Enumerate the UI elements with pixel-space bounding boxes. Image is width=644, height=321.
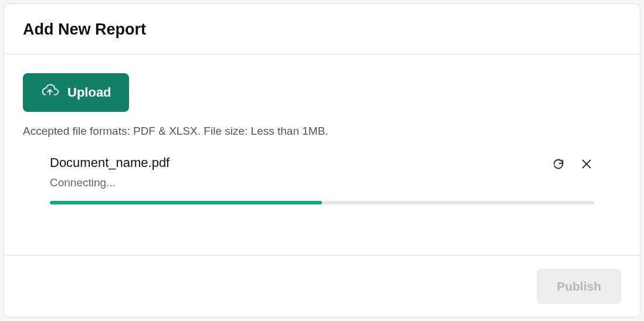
close-icon [580,158,593,172]
upload-progress-fill [50,201,322,204]
modal-title: Add New Report [23,21,621,39]
modal-header: Add New Report [4,4,640,54]
publish-button[interactable]: Publish [537,269,621,304]
upload-button-label: Upload [67,85,111,100]
modal-body: Upload Accepted file formats: PDF & XLSX… [4,54,640,255]
file-row: Document_name.pdf Connecting... [50,155,594,189]
file-info: Document_name.pdf Connecting... [50,155,551,189]
modal-footer: Publish [4,255,640,317]
file-name: Document_name.pdf [50,155,551,170]
refresh-icon [552,158,565,172]
cloud-upload-icon [40,84,59,101]
accepted-formats-hint: Accepted file formats: PDF & XLSX. File … [23,125,621,138]
upload-file-item: Document_name.pdf Connecting... [23,155,621,204]
upload-button[interactable]: Upload [23,73,129,112]
remove-file-button[interactable] [579,156,594,173]
upload-progress-bar [50,201,594,204]
add-report-modal: Add New Report Upload Accepted file form… [4,4,640,317]
file-status: Connecting... [50,176,551,189]
file-actions [551,155,594,173]
retry-button[interactable] [551,156,566,173]
